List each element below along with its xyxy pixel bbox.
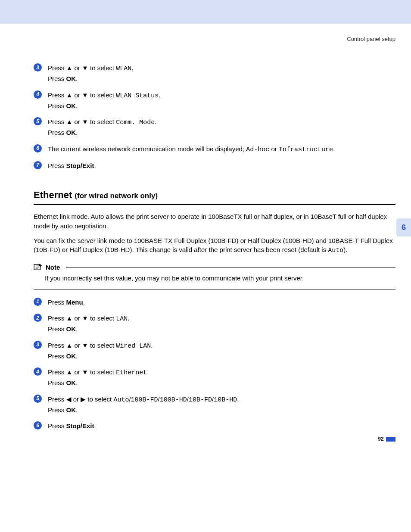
bottom-step-3: 3Press ▲ or ▼ to select Wired LAN.Press … <box>34 340 395 361</box>
note-block: Note If you incorrectly set this value, … <box>34 263 395 289</box>
text: Press <box>48 395 66 403</box>
step-6: 6 The current wireless network communica… <box>34 144 395 155</box>
step-badge: 6 <box>34 144 42 152</box>
options: Auto/100B-FD/100B-HD/10B-FD/10B-HD <box>113 395 237 403</box>
step-body: Press ▲ or ▼ to select LAN.Press OK. <box>48 313 395 334</box>
bottom-step-5: 5 Press ◀ or ▶ to select Auto/100B-FD/10… <box>34 394 395 415</box>
text: Press <box>48 162 66 169</box>
text: to select <box>86 395 113 403</box>
code: Auto <box>328 247 343 254</box>
up-arrow-icon: ▲ <box>66 314 73 322</box>
text: . <box>83 299 85 306</box>
footer-mark-icon <box>386 437 395 442</box>
paragraph-2: You can fix the server link mode to 100B… <box>34 236 395 256</box>
bottom-step-6: 6 Press Stop/Exit. <box>34 421 395 431</box>
up-arrow-icon: ▲ <box>66 368 73 376</box>
step-badge: 1 <box>34 298 42 306</box>
step-badge: 7 <box>34 161 42 169</box>
step-body: Press ▲ or ▼ to select Wired LAN.Press O… <box>48 340 395 361</box>
code: WLAN <box>116 65 131 72</box>
step-7: 7 Press Stop/Exit. <box>34 161 395 171</box>
text: or <box>72 395 81 403</box>
up-arrow-icon: ▲ <box>66 64 73 72</box>
up-arrow-icon: ▲ <box>66 91 73 99</box>
up-arrow-icon: ▲ <box>66 118 73 125</box>
down-arrow-icon: ▼ <box>82 91 88 99</box>
press-ok: Press OK. <box>48 406 78 414</box>
code: WLAN Status <box>116 92 159 100</box>
step-4: 4Press ▲ or ▼ to select WLAN Status.Pres… <box>34 90 395 111</box>
down-arrow-icon: ▼ <box>82 64 88 72</box>
heading-rule <box>34 204 395 205</box>
page-footer: 92 <box>378 436 395 442</box>
note-title: Note <box>46 264 60 271</box>
code: 100B-HD <box>160 396 187 404</box>
down-arrow-icon: ▼ <box>82 342 88 349</box>
step-badge: 6 <box>34 421 42 429</box>
step-badge: 4 <box>34 90 42 99</box>
down-arrow-icon: ▼ <box>82 118 88 125</box>
heading-sub: (for wired network only) <box>75 192 158 200</box>
bottom-step-1: 1 Press Menu. <box>34 297 395 307</box>
step-badge: 5 <box>34 117 42 125</box>
page-number: 92 <box>378 436 383 442</box>
step-body: Press ▲ or ▼ to select Ethernet.Press OK… <box>48 367 395 388</box>
code: 100B-FD <box>131 396 158 404</box>
paragraph-1: Ethernet link mode. Auto allows the prin… <box>34 212 395 231</box>
code: Comm. Mode <box>116 119 155 126</box>
down-arrow-icon: ▼ <box>82 368 88 376</box>
text: . <box>333 145 335 152</box>
down-arrow-icon: ▼ <box>82 314 88 322</box>
section-heading: Ethernet (for wired network only) <box>34 190 395 201</box>
code: 10B-HD <box>214 396 237 404</box>
bold: Stop/Exit <box>66 162 94 169</box>
code: 10B-FD <box>189 396 212 404</box>
step-badge: 3 <box>34 63 42 72</box>
step-badge: 3 <box>34 341 42 349</box>
step-body: The current wireless network communicati… <box>48 144 395 155</box>
text: . <box>94 422 96 429</box>
code: LAN <box>116 315 128 323</box>
step-badge: 4 <box>34 367 42 376</box>
text: The current wireless network communicati… <box>48 145 246 152</box>
note-top-rule <box>66 268 395 268</box>
bottom-step-4: 4Press ▲ or ▼ to select Ethernet.Press O… <box>34 367 395 388</box>
text: or <box>269 145 279 152</box>
step-body: Press Stop/Exit. <box>48 161 395 171</box>
right-arrow-icon: ▶ <box>81 395 86 403</box>
header-label: Control panel setup <box>34 36 395 42</box>
page-content: Control panel setup 3Press ▲ or ▼ to sel… <box>0 36 411 454</box>
step-5: 5Press ▲ or ▼ to select Comm. Mode.Press… <box>34 117 395 138</box>
top-band <box>0 0 411 24</box>
step-body: Press ▲ or ▼ to select WLAN Status.Press… <box>48 90 395 111</box>
chapter-tab: 6 <box>396 218 411 236</box>
step-body: Press ▲ or ▼ to select Comm. Mode.Press … <box>48 117 395 138</box>
up-arrow-icon: ▲ <box>66 342 73 349</box>
heading-main: Ethernet <box>34 190 75 200</box>
text: . <box>94 162 96 169</box>
bold: Menu <box>66 299 83 306</box>
step-badge: 2 <box>34 314 42 322</box>
step-badge: 5 <box>34 395 42 403</box>
left-arrow-icon: ◀ <box>66 395 72 403</box>
step-body: Press Menu. <box>48 297 395 307</box>
text: ). <box>343 246 347 253</box>
note-body: If you incorrectly set this value, you m… <box>45 274 395 283</box>
step-body: Press ▲ or ▼ to select WLAN.Press OK. <box>48 63 395 84</box>
note-bottom-rule <box>34 289 395 289</box>
code: Auto <box>113 396 129 404</box>
text: Press <box>48 422 66 429</box>
step-body: Press Stop/Exit. <box>48 421 395 431</box>
code: Ethernet <box>116 369 147 376</box>
code: Ad-hoc <box>246 146 269 153</box>
code: Wired LAN <box>116 342 151 350</box>
code: Infrastructure <box>279 146 333 153</box>
step-3: 3Press ▲ or ▼ to select WLAN.Press OK. <box>34 63 395 84</box>
note-icon <box>34 263 43 271</box>
text: Press <box>48 299 66 306</box>
step-body: Press ◀ or ▶ to select Auto/100B-FD/100B… <box>48 394 395 415</box>
bottom-step-2: 2Press ▲ or ▼ to select LAN.Press OK. <box>34 313 395 334</box>
bold: Stop/Exit <box>66 422 94 429</box>
